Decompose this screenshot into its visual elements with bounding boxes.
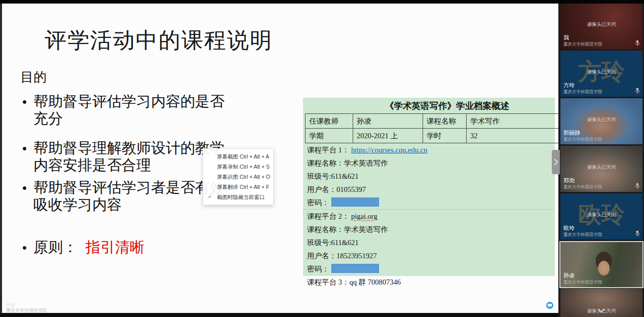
table-cell: 课程名称	[423, 114, 467, 129]
participant-name: 郭丽静	[563, 129, 580, 137]
participant-tile-me[interactable]: 摄像头已关闭 我 重庆大学外国语学院	[560, 3, 642, 49]
table-row: 学期 2020-2021 上 学时 32	[306, 129, 566, 143]
participant-name: 方玲	[563, 82, 575, 89]
course-name-line: 课程名称：学术英语写作	[303, 223, 555, 236]
bottom-border	[0, 313, 558, 317]
archive-title: 《学术英语写作》学业档案概述	[303, 98, 555, 113]
participant-org: 重庆大学外国语学院	[563, 232, 602, 238]
class-number-line: 班级号:611&621	[303, 236, 555, 249]
course-platform-link[interactable]: https://courses.cqu.edu.cn	[351, 146, 427, 154]
archive-grid: 任课教师 孙凌 课程名称 学术写作 学期 2020-2021 上 学时 32	[305, 113, 566, 143]
check-icon: ✓	[208, 192, 212, 202]
slide-title: 评学活动中的课程说明	[45, 26, 273, 55]
participants-sidebar: 摄像头已关闭 我 重庆大学外国语学院 方玲 摄像头已关闭 方玲 重庆大学外国语学…	[558, 0, 644, 317]
mic-muted-icon	[635, 88, 640, 94]
password-redacted-box	[331, 264, 379, 273]
camera-off-label: 摄像头已关闭	[560, 212, 642, 218]
class-number-line: 班级号:611&621	[303, 170, 555, 183]
participant-org: 重庆大学外国语学院	[563, 89, 602, 95]
course-archive-panel: 《学术英语写作》学业档案概述 任课教师 孙凌 课程名称 学术写作 学期 2020…	[303, 98, 555, 276]
participant-tile-fangling[interactable]: 方玲 摄像头已关闭 方玲 重庆大学外国语学院	[560, 51, 642, 97]
bullet-text: 帮助督导评估学习者是否有效 吸收学习内容	[33, 179, 224, 213]
password-redacted-box	[331, 197, 379, 207]
participant-tile-guolijing[interactable]: 摄像头已关闭 郭丽静 重庆大学外国语学院	[560, 98, 642, 144]
mic-muted-icon	[635, 183, 640, 189]
principle-value: 指引清晰	[86, 239, 144, 255]
participant-org: 重庆大学外国语学院	[563, 184, 602, 190]
menu-item-screen-record[interactable]: 屏幕录制Ctrl + Alt + S	[203, 162, 273, 172]
bullet-item-3: 帮助督导评估学习者是否有效 吸收学习内容	[22, 179, 224, 213]
top-border	[0, 0, 644, 4]
platform3-line: 课程平台 3：qq 群 700807346	[303, 275, 555, 289]
chevron-down-icon[interactable]	[597, 306, 605, 315]
bullet-marker	[22, 179, 33, 213]
bullet-marker	[22, 139, 33, 174]
participant-name: 郑尧	[563, 177, 575, 184]
bullet-text: 原则：指引清晰	[33, 239, 144, 257]
bullet-item-2: 帮助督导理解教师设计的教学 内容安排是否合理	[22, 139, 224, 174]
participant-tile-sunling-video[interactable]: 孙凌 重庆大学外国语学院	[559, 241, 643, 288]
bullet-marker	[22, 239, 33, 257]
participant-name: 欧玲	[563, 224, 575, 232]
bullet-text: 帮助督导评估学习内容的是否 充分	[33, 93, 224, 127]
menu-item-screen-capture[interactable]: 屏幕截图Ctrl + Alt + A	[203, 151, 273, 162]
principle-label: 原则：	[33, 239, 78, 255]
left-border	[0, 0, 2, 317]
mic-muted-icon	[635, 230, 640, 236]
mic-muted-icon	[635, 40, 640, 46]
camera-off-label: 摄像头已关闭	[560, 69, 642, 75]
password-line: 密码：	[303, 262, 555, 275]
chat-bubble-icon[interactable]	[546, 302, 553, 309]
platform3-value: qq 群 700807346	[349, 278, 401, 286]
participant-name: 孙凌	[563, 272, 575, 280]
username-line: 用户名：01055397	[303, 183, 555, 196]
participant-name: 我	[563, 34, 569, 42]
platform1-line: 课程平台 1： https://courses.cqu.edu.cn	[303, 143, 555, 156]
camera-off-label: 摄像头已关闭	[560, 164, 642, 171]
camera-off-label: 摄像头已关闭	[560, 21, 642, 28]
participant-org: 重庆大学外国语学院	[563, 280, 602, 286]
username-line: 用户名：18523951927	[303, 249, 555, 262]
menu-item-screen-translate[interactable]: 屏幕翻译Ctrl + Alt + F	[203, 182, 273, 192]
menu-item-screen-ocr[interactable]: 屏幕识图Ctrl + Alt + O	[203, 172, 273, 182]
chevron-right-icon	[554, 158, 558, 166]
bullet-item-1: 帮助督导评估学习内容的是否 充分	[22, 93, 224, 127]
platform2-line: 课程平台 2： pigai.org	[303, 209, 555, 223]
table-cell: 2020-2021 上	[353, 129, 423, 143]
participant-org: 重庆大学外国语学院	[563, 137, 602, 143]
sidebar-collapse-handle[interactable]	[552, 150, 560, 174]
meeting-screen: 评学活动中的课程说明 目的 帮助督导评估学习内容的是否 充分 帮助督导理解教师设…	[0, 0, 644, 317]
table-cell: 学期	[306, 129, 353, 143]
table-cell: 学时	[423, 129, 467, 143]
platform2-value: pigai.org	[351, 212, 377, 220]
table-cell: 学术写作	[467, 114, 566, 129]
table-row: 任课教师 孙凌 课程名称 学术写作	[306, 114, 566, 129]
table-cell: 孙凌	[353, 114, 423, 129]
bullet-marker	[22, 93, 33, 127]
password-line: 密码：	[303, 196, 555, 209]
participant-org: 重庆大学外国语学院	[563, 42, 602, 48]
bullet-item-principle: 原则：指引清晰	[22, 239, 144, 257]
bullet-text: 帮助督导理解教师设计的教学 内容安排是否合理	[33, 139, 224, 174]
screenshot-context-menu: 屏幕截图Ctrl + Alt + A 屏幕录制Ctrl + Alt + S 屏幕…	[203, 148, 274, 205]
table-cell: 任课教师	[306, 114, 353, 129]
presenter-watermark: 孙凌 重庆大学外国语学院	[6, 302, 47, 313]
camera-off-label: 摄像头已关闭	[560, 116, 642, 123]
menu-item-hide-window-on-capture[interactable]: ✓ 截图时隐藏当前窗口	[203, 192, 273, 202]
participant-tile-ouling[interactable]: 欧玲 摄像头已关闭 欧玲 重庆大学外国语学院	[560, 193, 642, 240]
table-cell: 32	[467, 129, 566, 143]
presentation-slide: 评学活动中的课程说明 目的 帮助督导评估学习内容的是否 充分 帮助督导理解教师设…	[2, 4, 558, 313]
participant-tile-zhengyao[interactable]: 摄像头已关闭 郑尧 重庆大学外国语学院	[560, 146, 642, 192]
course-name-line: 课程名称：学术英语写作	[303, 156, 555, 170]
slide-subtitle: 目的	[20, 68, 47, 86]
